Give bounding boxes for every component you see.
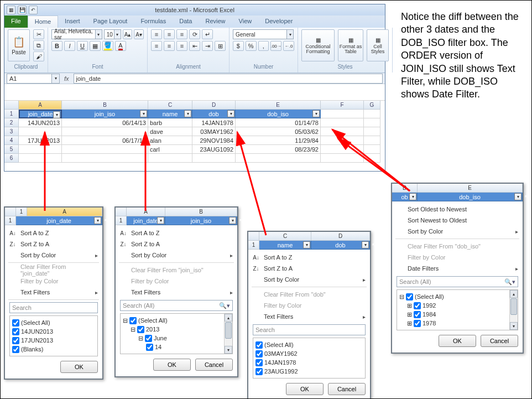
filter-search-input[interactable]: Search (253, 324, 366, 335)
col-head-g[interactable]: G (364, 101, 380, 110)
scroll-down-icon[interactable]: ▾ (225, 346, 232, 354)
header-join-date[interactable]: join_date▾ (19, 110, 62, 118)
filter-values-tree[interactable]: (Select All) 03MAY1962 14JAN1978 23AUG19… (253, 338, 366, 379)
cell[interactable] (364, 136, 380, 145)
cell[interactable] (19, 127, 62, 136)
corner[interactable] (248, 232, 259, 241)
tree-collapse-icon[interactable]: ⊟ (123, 317, 128, 324)
cell[interactable] (321, 145, 364, 154)
cell[interactable] (321, 110, 364, 118)
border-button[interactable]: ▦ (90, 41, 101, 51)
sort-by-color[interactable]: Sort by Color▸ (392, 226, 523, 237)
cut-button[interactable]: ✂ (33, 29, 44, 39)
ok-button[interactable]: OK (439, 335, 476, 347)
filter-dropdown-icon[interactable]: ▾ (53, 111, 60, 118)
scrollbar[interactable]: ▴▾ (509, 290, 518, 330)
wrap-text-button[interactable]: ↵ (202, 29, 213, 39)
grow-font-button[interactable]: A▴ (123, 29, 133, 39)
cell[interactable]: 14JUN2013 (19, 118, 62, 127)
sort-z-to-a[interactable]: Z↓Sort Z to A (5, 239, 102, 250)
header-join-iso[interactable]: join_iso▾↖ (165, 216, 237, 225)
tab-review[interactable]: Review (199, 15, 232, 28)
filter-dropdown-icon[interactable]: ▾ (229, 217, 236, 224)
filter-dropdown-icon[interactable]: ▾ (362, 241, 369, 248)
conditional-formatting-button[interactable]: ▦Conditional Formatting (301, 29, 335, 61)
tree-expand-icon[interactable]: ⊞ (407, 311, 412, 318)
cell[interactable] (321, 154, 364, 163)
cell[interactable] (364, 110, 380, 118)
checkbox-select-all[interactable] (406, 293, 413, 300)
tab-data[interactable]: Data (173, 15, 199, 28)
cell[interactable]: 11/29/84 (236, 136, 321, 145)
filter-search-input[interactable]: Search (9, 302, 98, 313)
chevron-down-icon[interactable]: ▾ (95, 30, 102, 39)
col-head-c[interactable]: C (259, 232, 311, 241)
cancel-button[interactable]: Cancel (481, 335, 518, 347)
col-head-c[interactable]: C (148, 101, 192, 110)
text-filters[interactable]: Text Filters▸ (116, 287, 237, 298)
tree-collapse-icon[interactable]: ⊟ (131, 326, 135, 333)
checkbox-year[interactable] (414, 320, 421, 327)
format-painter-button[interactable]: 🖌 (33, 51, 44, 61)
sort-by-color[interactable]: Sort by Color▸ (5, 250, 102, 261)
col-head-e[interactable]: E (236, 101, 321, 110)
cell[interactable]: alan (148, 136, 192, 145)
sort-z-to-a[interactable]: Z↓Sort Z to A (116, 239, 237, 250)
filter-dropdown-icon[interactable]: ▾ (227, 110, 234, 117)
sort-a-to-z[interactable]: A↓Sort A to Z (248, 252, 370, 263)
row-head[interactable]: 4 (4, 136, 19, 145)
select-all-corner[interactable] (4, 101, 19, 110)
merge-button[interactable]: ⊞ (215, 41, 226, 51)
scroll-thumb[interactable] (510, 298, 517, 315)
cell[interactable] (62, 127, 148, 136)
checkbox-year[interactable] (137, 326, 144, 333)
ok-button[interactable]: OK (286, 383, 324, 395)
row-head-1[interactable]: 1 (16, 208, 27, 216)
accounting-button[interactable]: $ (233, 41, 244, 51)
ok-button[interactable]: OK (60, 361, 98, 373)
col-head-f[interactable]: F (321, 101, 364, 110)
increase-decimal-button[interactable]: .00→ (270, 41, 281, 51)
row-head-1[interactable]: 1 (4, 110, 19, 118)
checkbox-item[interactable] (255, 350, 263, 357)
format-as-table-button[interactable]: ▦Format as Table (338, 29, 363, 61)
col-head-a[interactable]: A (127, 208, 165, 216)
row-head[interactable]: 5 (4, 145, 19, 154)
tab-view[interactable]: View (232, 15, 259, 28)
align-left-button[interactable]: ≡ (151, 41, 162, 51)
header-dob[interactable]: ob▾ (392, 193, 418, 201)
sort-newest-to-oldest[interactable]: Sort Newest to Oldest (392, 215, 523, 226)
cell[interactable]: 01/14/78 (236, 118, 321, 127)
header-dob[interactable]: dob▾ (192, 110, 236, 118)
comma-button[interactable]: , (258, 41, 269, 51)
cell-styles-button[interactable]: ▦Cell Styles (367, 29, 389, 61)
number-format-combo[interactable]: General▾ (233, 29, 294, 39)
tab-home[interactable]: Home (28, 15, 58, 28)
sort-by-color[interactable]: Sort by Color▸ (248, 274, 370, 285)
cell[interactable] (62, 154, 148, 163)
chevron-down-icon[interactable]: ▾ (51, 74, 59, 83)
fx-icon[interactable]: fx (64, 75, 69, 82)
checkbox-year[interactable] (414, 302, 421, 309)
checkbox-year[interactable] (414, 311, 421, 318)
underline-button[interactable]: U (77, 41, 88, 51)
tree-collapse-icon[interactable]: ⊟ (399, 293, 404, 300)
italic-button[interactable]: I (64, 41, 75, 51)
bold-button[interactable]: B (51, 41, 62, 51)
cell[interactable] (236, 154, 321, 163)
col-head-d[interactable]: D (192, 101, 236, 110)
cell[interactable] (19, 145, 62, 154)
ok-button[interactable]: OK (153, 359, 191, 371)
row-head[interactable]: 2 (4, 118, 19, 127)
scrollbar[interactable]: ▴▾ (224, 314, 232, 354)
cell[interactable] (62, 145, 148, 154)
cell[interactable]: dave (148, 127, 192, 136)
col-head-e[interactable]: E (418, 184, 523, 193)
filter-values-tree[interactable]: ⊟(Select All) ⊞1992 ⊞1984 ⊞1978 ▴▾ (397, 289, 518, 330)
cell[interactable]: 08/23/92 (236, 145, 321, 154)
increase-indent-button[interactable]: ⇥ (202, 41, 213, 51)
col-head-a[interactable]: A (19, 101, 62, 110)
header-join-iso[interactable]: join_iso▾ (62, 110, 148, 118)
scroll-thumb[interactable] (225, 322, 232, 339)
filter-dropdown-icon[interactable]: ▾ (312, 110, 320, 117)
